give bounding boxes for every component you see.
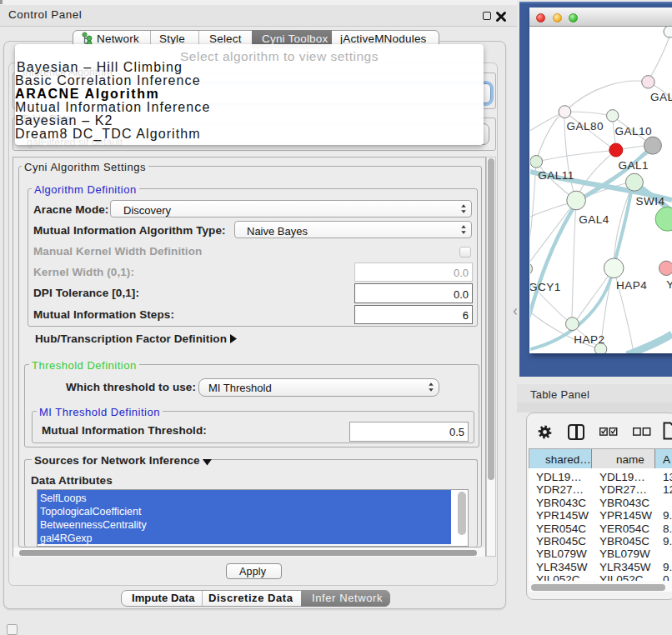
svg-text:HAP2: HAP2 [574,333,604,346]
svg-text:GCY1: GCY1 [530,281,561,293]
svg-text:SWI4: SWI4 [636,195,665,208]
svg-text:GAL1: GAL1 [619,159,649,172]
svg-text:GAL10: GAL10 [614,125,652,138]
svg-text:GAL11: GAL11 [538,169,574,182]
svg-text:GAL80: GAL80 [567,120,604,132]
svg-text:GAL4: GAL4 [579,213,609,226]
svg-text:HAP4: HAP4 [616,279,647,292]
svg-text:Y: Y [666,278,672,291]
svg-text:GAL2: GAL2 [650,91,672,103]
